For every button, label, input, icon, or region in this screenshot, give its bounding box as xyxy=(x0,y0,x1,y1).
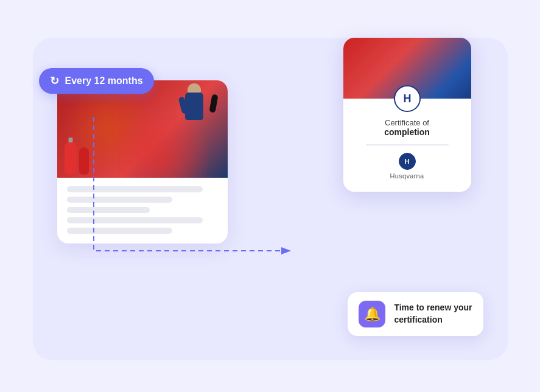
refresh-icon: ↻ xyxy=(50,74,59,88)
husqvarna-logo-small: H xyxy=(399,153,416,170)
bell-icon-wrap: 🔔 xyxy=(359,301,385,327)
cert-divider xyxy=(366,144,449,145)
cert-card-body: Certificate of completion H Husqvarna xyxy=(343,99,471,192)
husqvarna-brand-name: Husqvarna xyxy=(390,172,424,180)
cert-title-bold: completion xyxy=(356,127,459,137)
bell-icon: 🔔 xyxy=(364,306,380,322)
notification-badge: 🔔 Time to renew your certification xyxy=(348,292,483,336)
cert-title-text: Certificate of xyxy=(385,118,429,127)
cert-title: Certificate of completion xyxy=(356,118,459,137)
notification-line1: Time to renew your xyxy=(394,303,472,312)
husqvarna-logo-letter: H xyxy=(405,158,410,165)
cert-brand: H Husqvarna xyxy=(356,153,459,180)
notification-line2: certification xyxy=(394,315,442,324)
renewal-label: Every 12 months xyxy=(65,75,143,86)
scene: ↻ Every 12 months xyxy=(21,19,520,373)
husqvarna-h-letter: H xyxy=(404,93,411,105)
dashed-arrow xyxy=(45,105,301,275)
renewal-badge: ↻ Every 12 months xyxy=(39,68,154,94)
notification-text: Time to renew your certification xyxy=(394,302,472,326)
certificate-card: H Certificate of completion H Husqvarna xyxy=(343,38,471,192)
cert-logo-circle: H xyxy=(394,85,421,112)
cert-card-header-image: H xyxy=(343,38,471,99)
